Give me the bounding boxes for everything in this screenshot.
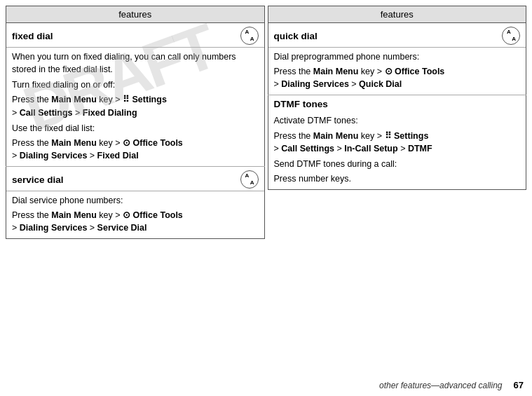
main-content: features fixed dial A A xyxy=(0,0,532,376)
service-dial-content: Dial service phone numbers: Press the Ma… xyxy=(6,191,265,239)
page-number: 67 xyxy=(514,380,524,390)
fixed-dial-para2: Turn fixed dialing on or off: xyxy=(12,78,259,91)
right-features-header: features xyxy=(268,6,526,23)
right-column: features quick dial A A xyxy=(268,6,527,376)
left-features-table: features fixed dial A A xyxy=(6,6,265,239)
service-dial-title-text: service dial xyxy=(12,175,64,185)
fixed-dial-instruction1: Press the Main Menu key > ⠿ Settings> Ca… xyxy=(12,93,259,118)
dtmf-content-row: Activate DTMF tones: Press the Main Menu… xyxy=(268,111,526,189)
right-features-table: features quick dial A A xyxy=(268,6,527,190)
quick-dial-title-text: quick dial xyxy=(274,31,318,41)
dtmf-para1: Activate DTMF tones: xyxy=(274,114,521,127)
service-dial-title-row: service dial A A xyxy=(6,167,265,192)
dtmf-title-row: DTMF tones xyxy=(268,95,526,112)
fixed-dial-title-text: fixed dial xyxy=(12,31,53,41)
fixed-dial-title-cell: fixed dial A A xyxy=(6,23,264,48)
footer: other features—advanced calling 67 xyxy=(0,376,532,396)
quick-dial-instruction1: Press the Main Menu key > ⊙ Office Tools… xyxy=(274,65,521,90)
left-features-header: features xyxy=(6,6,265,23)
quick-dial-icon: A A xyxy=(502,27,520,45)
quick-dial-title-cell: quick dial A A xyxy=(268,23,526,48)
quick-dial-content-row: Dial preprogrammed phone numbers: Press … xyxy=(268,48,526,95)
service-dial-instruction1: Press the Main Menu key > ⊙ Office Tools… xyxy=(12,209,259,234)
quick-dial-para1: Dial preprogrammed phone numbers: xyxy=(274,50,521,63)
fixed-dial-icon: A A xyxy=(240,27,259,45)
dtmf-title-cell: DTMF tones xyxy=(268,95,526,111)
quick-dial-title-row: quick dial A A xyxy=(268,23,526,48)
service-dial-title-cell: service dial A A xyxy=(6,167,264,191)
fixed-dial-instruction2: Press the Main Menu key > ⊙ Office Tools… xyxy=(12,137,259,162)
service-dial-content-row: Dial service phone numbers: Press the Ma… xyxy=(6,191,265,239)
fixed-dial-content-row: When you turn on fixed dialing, you can … xyxy=(6,48,265,167)
dtmf-instruction2: Press number keys. xyxy=(274,172,521,185)
fixed-dial-para1: When you turn on fixed dialing, you can … xyxy=(12,50,259,76)
service-dial-icon: A A xyxy=(240,170,259,189)
dtmf-title-text: DTMF tones xyxy=(274,99,328,109)
left-column: features fixed dial A A xyxy=(6,6,265,376)
dtmf-para2: Send DTMF tones during a call: xyxy=(274,158,521,170)
footer-text: other features—advanced calling xyxy=(379,381,502,390)
service-dial-para1: Dial service phone numbers: xyxy=(12,194,259,207)
fixed-dial-content: When you turn on fixed dialing, you can … xyxy=(6,48,265,167)
dtmf-instruction1: Press the Main Menu key > ⠿ Settings> Ca… xyxy=(274,130,521,155)
page-container: DRAFT features fixed dial A xyxy=(0,0,532,396)
fixed-dial-para3: Use the fixed dial list: xyxy=(12,122,259,135)
quick-dial-content: Dial preprogrammed phone numbers: Press … xyxy=(268,48,526,95)
fixed-dial-title-row: fixed dial A A xyxy=(6,23,265,48)
dtmf-content: Activate DTMF tones: Press the Main Menu… xyxy=(268,111,526,189)
